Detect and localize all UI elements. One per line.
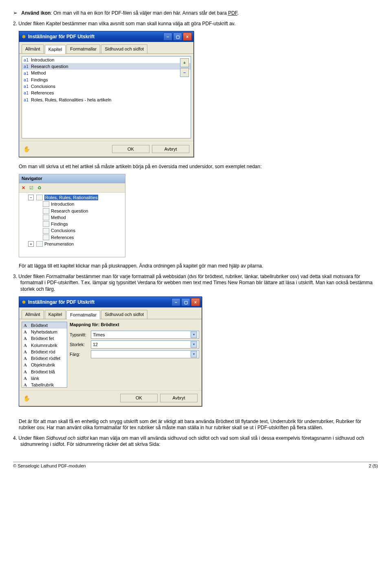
tab-formatmallar[interactable]: Formatmallar	[66, 44, 100, 53]
kapitel-row[interactable]: a1Introduction	[22, 57, 191, 63]
page-icon	[36, 241, 43, 247]
pdf-settings-dialog-kapitel: ✽ Inställningar för PDF Utskrift – ▢ × A…	[19, 31, 194, 157]
dialog2-footer: ✋ OK Avbryt	[19, 390, 202, 406]
fm-row[interactable]: Alänk	[22, 375, 67, 382]
color-field-row: Färg: ▾	[70, 350, 199, 358]
step-3: 3. Under fliken Formatmallar bestämmer m…	[13, 274, 378, 293]
page-icon: a1	[24, 84, 29, 89]
tree-node-top[interactable]: − Roles, Rules, Rationalities	[21, 194, 123, 201]
fm-row[interactable]: ABrödtext röd	[22, 349, 67, 355]
kapitel-listbox[interactable]: a1Introduction a1Research question a1Met…	[22, 56, 191, 138]
page-icon	[43, 215, 49, 220]
dialog-footer: ✋ OK Avbryt	[19, 141, 193, 157]
style-icon: A	[24, 355, 29, 361]
delete-icon[interactable]: ✕	[22, 185, 25, 191]
fm-row[interactable]: AKolumnrubrik	[22, 342, 67, 349]
step-4: 4. Under fliken Sidhuvud och sidfot kan …	[13, 435, 378, 448]
refresh-icon[interactable]: ♻	[37, 185, 42, 191]
app-icon: ✽	[21, 34, 26, 39]
close-button[interactable]: ×	[191, 298, 200, 306]
mapping-title: Mappning för: Brödtext	[70, 322, 199, 327]
style-icon: A	[24, 329, 29, 335]
page-icon	[43, 221, 49, 227]
tab-sidhuvud[interactable]: Sidhuvud och sidfot	[101, 44, 147, 53]
close-button[interactable]: ×	[183, 33, 192, 41]
kapitel-italic: Kapitel	[46, 21, 61, 26]
cancel-button[interactable]: Avbryt	[152, 145, 189, 153]
dialog-tabs: Allmänt Kapitel Formatmallar Sidhuvud oc…	[19, 42, 193, 53]
cancel-button[interactable]: Avbryt	[160, 394, 198, 402]
dialog-titlebar[interactable]: ✽ Inställningar för PDF Utskrift – ▢ ×	[19, 31, 193, 42]
kapitel-row[interactable]: a1Method	[22, 70, 191, 76]
chevron-down-icon[interactable]: ▾	[191, 351, 197, 358]
ok-button[interactable]: OK	[112, 145, 149, 153]
tree-node-child[interactable]: Method	[21, 214, 123, 221]
bottom-paragraph: Det är för att man skall få en enhetlig …	[19, 419, 378, 431]
maximize-button[interactable]: ▢	[181, 298, 190, 306]
checklist-icon[interactable]: ☑	[29, 185, 33, 191]
tab-formatmallar[interactable]: Formatmallar	[66, 310, 100, 319]
navigator-panel: Navigator ✕ ☑ ♻ − Roles, Rules, Rational…	[19, 174, 125, 257]
kapitel-row[interactable]: a1Findings	[22, 77, 191, 83]
minimize-button[interactable]: –	[171, 298, 180, 306]
fm-row[interactable]: ABrödtext rödfet	[22, 355, 67, 362]
tab-allmant[interactable]: Allmänt	[22, 44, 44, 53]
page-icon	[43, 235, 49, 240]
color-label: Färg:	[70, 351, 91, 357]
tree-node-child[interactable]: Findings	[21, 221, 123, 227]
fm-row[interactable]: ABrödtext	[22, 322, 67, 329]
remove-kapitel-button[interactable]: –	[180, 68, 189, 77]
font-value: Times	[93, 332, 105, 338]
page-icon	[43, 201, 49, 207]
size-field-row: Storlek: 12 ▾	[70, 340, 199, 349]
fm-row[interactable]: ANyhetsdatum	[22, 329, 67, 335]
style-icon: A	[24, 342, 29, 348]
size-select[interactable]: 12 ▾	[91, 340, 199, 349]
fm-row[interactable]: ABrödtext blå	[22, 369, 67, 375]
font-select[interactable]: Times ▾	[91, 331, 199, 339]
kapitel-row[interactable]: a1Conclusions	[22, 83, 191, 90]
tree-node-sibling[interactable]: + Prenumeration	[21, 241, 123, 247]
page-footer: © Senselogic Lathund PDF-modulen 2 (5)	[13, 462, 378, 469]
collapse-icon[interactable]: −	[28, 195, 34, 200]
color-select[interactable]: ▾	[91, 350, 199, 358]
style-icon: A	[24, 382, 29, 387]
pdf-underlined: PDF	[228, 10, 237, 16]
kapitel-row[interactable]: a1References	[22, 90, 191, 96]
expand-icon[interactable]: +	[28, 241, 34, 247]
minimize-button[interactable]: –	[163, 33, 172, 41]
formatmallar-italic: Formatmallar	[46, 274, 76, 279]
fm-row[interactable]: AObjektrubrik	[22, 362, 67, 368]
sidhuvud-italic: Sidhuvud och sidfot	[46, 435, 89, 441]
app-icon: ✽	[21, 299, 26, 305]
tab-allmant[interactable]: Allmänt	[22, 310, 44, 318]
kapitel-row[interactable]: a1Research question	[22, 63, 191, 70]
tree-node-child[interactable]: References	[21, 234, 123, 241]
tree-node-child[interactable]: Research question	[21, 208, 123, 214]
step-2: 2. Under fliken Kapitel bestämmer man vi…	[13, 21, 378, 27]
kapitel-row[interactable]: a1Roles, Rules, Rationalities - hela art…	[22, 97, 191, 103]
chevron-down-icon[interactable]: ▾	[191, 341, 197, 348]
fm-row[interactable]: ATabellrubrik	[22, 382, 67, 387]
anvand-ikon-flow: : Om man vill ha en ikon för PDF-filen s…	[51, 10, 228, 16]
fm-row[interactable]: ABrödtext fet	[22, 335, 67, 342]
page-icon: a1	[24, 57, 29, 62]
tree-node-child[interactable]: Conclusions	[21, 227, 123, 234]
hand-icon: ✋	[23, 394, 32, 403]
chevron-down-icon[interactable]: ▾	[191, 331, 197, 338]
navigator-tree[interactable]: − Roles, Rules, Rationalities Introducti…	[19, 193, 125, 257]
dialog2-titlebar[interactable]: ✽ Inställningar för PDF Utskrift – ▢ ×	[19, 297, 202, 307]
tab-kapitel[interactable]: Kapitel	[45, 310, 66, 318]
format-style-list[interactable]: ABrödtext ANyhetsdatum ABrödtext fet AKo…	[22, 322, 67, 388]
navigator-toolbar: ✕ ☑ ♻	[19, 183, 125, 193]
tab-sidhuvud[interactable]: Sidhuvud och sidfot	[101, 310, 147, 318]
page-icon: a1	[24, 90, 29, 95]
font-field-row: Typsnitt: Times ▾	[70, 331, 199, 339]
hand-icon: ✋	[23, 145, 32, 154]
after-nav-paragraph: För att lägga till ett kapitel klickar m…	[19, 263, 378, 270]
maximize-button[interactable]: ▢	[173, 33, 182, 41]
ok-button[interactable]: OK	[120, 394, 158, 402]
tree-node-child[interactable]: Introduction	[21, 201, 123, 207]
add-kapitel-button[interactable]: +	[180, 58, 189, 67]
tab-kapitel[interactable]: Kapitel	[45, 45, 66, 53]
